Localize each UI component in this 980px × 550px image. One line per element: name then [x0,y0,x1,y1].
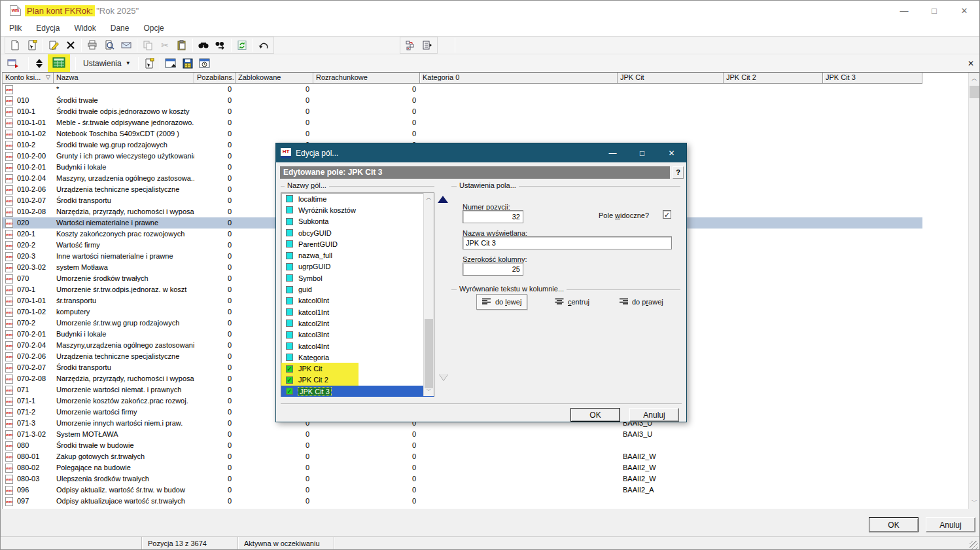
table-filter-icon[interactable] [162,56,179,71]
align-left-button[interactable]: do lewej [476,294,527,310]
table-row[interactable]: wm 080-02 Polegające na budowie 0 0 0 BA… [3,462,922,473]
field-checkbox-icon[interactable] [286,218,293,225]
table-row[interactable]: wm 010-1-02 Notebook Toschiba S409xCDT (… [3,128,922,139]
list-scroll-up-icon[interactable]: ︿ [424,193,434,204]
table-row[interactable]: wm 010-1 Środki trwałe odpis.jednorazowo… [3,106,922,117]
field-checkbox-icon[interactable] [286,195,293,202]
scroll-up-icon[interactable]: ︿ [969,73,979,84]
scrollbar-thumb[interactable] [970,86,979,98]
table-scrollbar[interactable]: ︿ ﹀ [968,73,979,509]
edit-icon[interactable] [45,37,62,53]
menu-dane[interactable]: Dane [103,22,137,35]
field-list-scrollbar[interactable]: ︿ ﹀ [423,193,434,396]
dialog-maximize-icon[interactable]: □ [627,143,657,162]
field-list-item[interactable]: obcyGUID [281,227,434,238]
col-pozabilans[interactable]: Pozabilans. [194,73,236,84]
panel-list-icon[interactable] [419,37,436,53]
find-next-icon[interactable] [212,37,229,53]
print-icon[interactable] [84,37,101,53]
col-jpk-cit3[interactable]: JPK Cit 3 [823,73,922,84]
nazwa-wyswietlana-input[interactable] [463,236,672,249]
field-checkbox-icon[interactable] [286,252,293,259]
field-checkbox-icon[interactable]: ✓ [286,376,293,384]
field-checkbox-icon[interactable] [286,229,293,236]
field-checkbox-icon[interactable] [286,263,293,270]
help-button[interactable]: ? [673,166,684,179]
settings-properties-icon[interactable] [141,56,158,71]
field-list-item[interactable]: Kategoria [281,352,434,363]
field-checkbox-icon[interactable]: ✓ [286,365,293,373]
field-list-item[interactable]: katcol2Int [281,318,434,329]
field-checkbox-icon[interactable] [286,297,293,304]
move-field-up-button[interactable] [438,196,448,203]
field-list-item[interactable]: nazwa_full [281,249,434,261]
field-checkbox-icon[interactable] [286,206,293,213]
dialog-close-icon[interactable]: ✕ [657,143,686,162]
table-row[interactable]: wm 097 Odpisy aktualizujace wartość sr.t… [3,496,922,507]
align-center-button[interactable]: centruj [550,294,595,310]
field-checkbox-icon[interactable] [286,274,293,282]
resize-grip[interactable] [970,541,978,549]
table-row[interactable]: wm 071-3-02 System MOTŁAWA 0 0 0 BAAI3_U [3,429,922,440]
hierarchy-icon[interactable] [402,37,419,53]
szerokosc-kolumny-input[interactable] [463,263,523,276]
refresh-icon[interactable] [234,37,251,53]
table-row[interactable]: wm 080-03 Ulepszenia środków trwałych 0 … [3,473,922,485]
paste-icon[interactable] [173,37,190,53]
field-list-item[interactable]: localtime [281,193,434,204]
field-checkbox-icon[interactable]: ✓ [286,388,293,395]
field-checkbox-icon[interactable] [286,320,293,327]
close-toolbar-icon[interactable]: ✕ [968,59,974,68]
field-checkbox-icon[interactable] [286,342,293,350]
field-list-item[interactable]: katcol3Int [281,329,434,340]
edit-columns-icon[interactable] [50,55,67,71]
col-konto[interactable]: Konto ksi...▽ [3,73,54,84]
scroll-down-icon[interactable]: ﹀ [969,496,979,507]
col-jpk-cit2[interactable]: JPK Cit 2 [724,73,823,84]
save-layout-icon[interactable] [179,56,196,71]
numer-pozycji-input[interactable] [463,210,523,223]
field-list-item[interactable]: ✓ JPK Cit [281,363,434,374]
cut-icon[interactable]: ✂ [156,37,173,53]
find-icon[interactable] [195,37,212,53]
export-window-icon[interactable] [5,56,22,71]
print-preview-icon[interactable] [101,37,118,53]
col-rozrachunkowe[interactable]: Rozrachunkowe [313,73,420,84]
main-cancel-button[interactable]: Anuluj [926,517,975,532]
menu-edycja[interactable]: Edycja [29,22,67,35]
field-checkbox-icon[interactable] [286,308,293,316]
field-list-item[interactable]: guid [281,284,434,295]
delete-icon[interactable] [62,37,79,53]
dialog-ok-button[interactable]: OK [570,408,620,422]
field-list-item[interactable]: ✓ JPK Cit 3 [281,386,434,397]
main-ok-button[interactable]: OK [869,517,919,532]
field-checkbox-icon[interactable] [286,240,293,248]
menu-opcje[interactable]: Opcje [136,22,171,35]
sort-order-icon[interactable] [31,56,48,71]
table-row[interactable]: wm 080-01 Zakup gotowych śr.trwałych 0 0… [3,451,922,462]
maximize-icon[interactable]: □ [919,1,949,20]
field-list-item[interactable]: ugrpGUID [281,261,434,272]
field-checkbox-icon[interactable] [286,331,293,339]
table-row[interactable]: wm 096 Odpisy aktualiz. wartość śr.trw. … [3,485,922,496]
copy-icon[interactable] [139,37,156,53]
col-zablokowane[interactable]: Zablokowane [236,73,313,84]
field-checkbox-icon[interactable] [286,286,293,293]
field-list-item[interactable]: katcol4Int [281,340,434,352]
list-scroll-down-icon[interactable]: ﹀ [424,386,434,396]
menu-plik[interactable]: Plik [2,22,29,35]
table-row[interactable]: wm 010-1-01 Meble - śr.trwałe odpisywane… [3,117,922,128]
dialog-cancel-button[interactable]: Anuluj [629,408,679,422]
col-nazwa[interactable]: Nazwa [54,73,194,84]
new-document-icon[interactable] [7,37,24,53]
field-checkbox-icon[interactable] [286,354,293,361]
table-row[interactable]: wm * 0 0 0 [3,84,922,95]
field-list-item[interactable]: Symbol [281,272,434,284]
field-list-item[interactable]: katcol1Int [281,306,434,318]
col-kategoria0[interactable]: Kategoria 0 [420,73,618,84]
field-list-item[interactable]: katcol0Int [281,295,434,306]
close-icon[interactable]: ✕ [949,1,979,20]
menu-widok[interactable]: Widok [67,22,103,35]
undo-icon[interactable] [255,37,272,53]
field-list-item[interactable]: ✓ JPK Cit 2 [281,375,434,386]
